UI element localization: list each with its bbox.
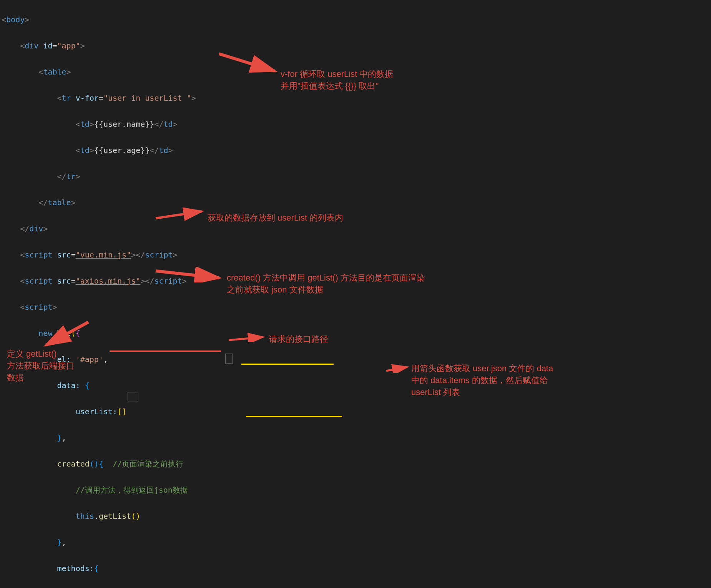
- annotation-arrow-fn: 用箭头函数获取 user.json 文件的 data 中的 data.items…: [411, 363, 553, 398]
- red-underline: [110, 350, 221, 352]
- annotation-userlist-storage: 获取的数据存放到 userList 的列表内: [208, 212, 343, 224]
- annotation-api-path: 请求的接口路径: [269, 334, 328, 345]
- tag-body: body: [6, 15, 25, 24]
- annotation-vfor: v-for 循环取 userList 中的数据 并用"插值表达式 {{}} 取出…: [281, 68, 393, 92]
- tag-tr: tr: [62, 93, 71, 103]
- tag-div: div: [25, 41, 38, 50]
- yellow-underline: [241, 364, 334, 365]
- annotation-created: created() 方法中调用 getList() 方法目的是在页面渲染 之前就…: [227, 272, 425, 296]
- bracket-match-highlight: [128, 392, 138, 402]
- tag-script: script: [25, 250, 52, 259]
- yellow-underline: [246, 416, 342, 417]
- bracket-match-highlight: [225, 354, 233, 364]
- annotation-getlist-def: 定义 getList() 方法获取后端接口 数据: [7, 348, 75, 384]
- tag-table: table: [43, 67, 66, 76]
